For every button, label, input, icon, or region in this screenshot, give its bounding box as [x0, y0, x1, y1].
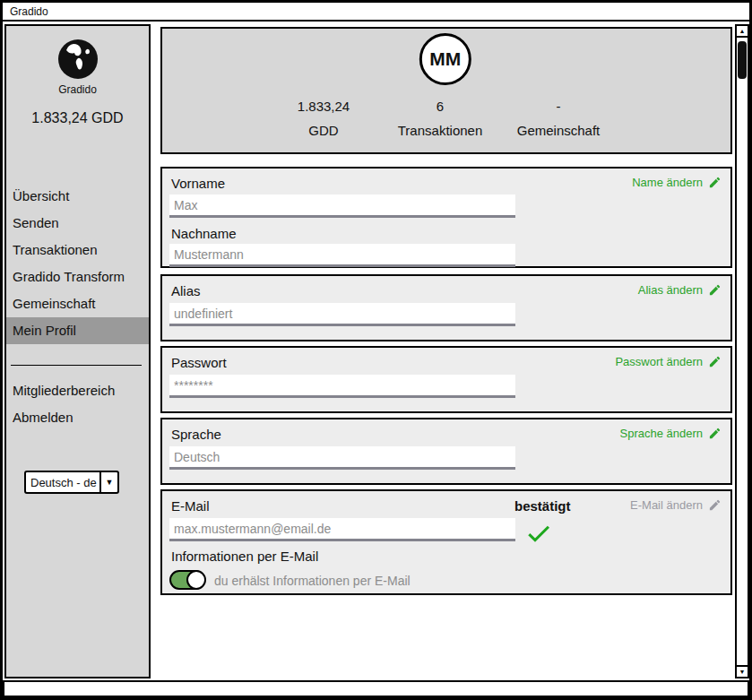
password-label: Passwort — [171, 355, 227, 370]
check-icon — [524, 519, 553, 548]
language-label: Sprache — [171, 427, 221, 442]
edit-icon — [708, 176, 722, 189]
sidebar-item-mitgliederbereich[interactable]: Mitgliederbereich — [6, 377, 149, 404]
sidebar-item-abmelden[interactable]: Abmelden — [6, 404, 149, 431]
stat-transaktionen-value: 6 — [382, 99, 498, 114]
last-name-input[interactable] — [169, 244, 515, 267]
stat-transaktionen: 6 Transaktionen — [382, 99, 498, 138]
change-email-label: E-Mail ändern — [630, 498, 703, 512]
email-notifications-label: Informationen per E-Mail — [171, 549, 318, 564]
stat-gemeinschaft-label: Gemeinschaft — [500, 123, 617, 138]
sidebar-menu: Übersicht Senden Transaktionen Gradido T… — [6, 183, 149, 344]
email-status-label: bestätigt — [514, 498, 571, 514]
sidebar: Gradido 1.833,24 GDD Übersicht Senden Tr… — [4, 24, 151, 678]
globe-icon — [56, 38, 99, 81]
password-input[interactable] — [169, 375, 515, 398]
profile-header-panel: MM 1.833,24 GDD 6 Transaktionen - Gemein… — [160, 27, 732, 154]
sidebar-item-transaktionen[interactable]: Transaktionen — [6, 237, 149, 264]
change-alias-label: Alias ändern — [638, 283, 703, 297]
first-name-label: Vorname — [171, 176, 225, 191]
scroll-down-icon[interactable]: ▼ — [737, 665, 748, 677]
stat-gdd-value: 1.833,24 — [265, 99, 382, 114]
avatar: MM — [419, 33, 471, 85]
email-card: E-Mail bestätigt E-Mail ändern Informati… — [160, 489, 732, 595]
avatar-initials: MM — [429, 48, 461, 70]
alias-label: Alias — [171, 283, 201, 298]
first-name-input[interactable] — [169, 194, 515, 218]
edit-icon — [708, 355, 722, 368]
edit-icon — [708, 283, 722, 297]
edit-icon — [708, 498, 722, 512]
scrollbar-thumb[interactable] — [738, 41, 747, 79]
sidebar-item-senden[interactable]: Senden — [6, 210, 149, 237]
password-card: Passwort Passwort ändern — [160, 346, 732, 413]
vertical-scrollbar[interactable]: ▲ ▼ — [735, 24, 749, 678]
change-password-label: Passwort ändern — [615, 355, 703, 368]
change-name-label: Name ändern — [632, 176, 703, 189]
title-bar: Gradido — [3, 3, 749, 22]
stat-gemeinschaft: - Gemeinschaft — [500, 99, 617, 138]
email-notifications-toggle[interactable] — [169, 570, 205, 590]
stat-gemeinschaft-value: - — [500, 99, 617, 114]
change-name-button[interactable]: Name ändern — [632, 176, 722, 189]
chevron-down-icon[interactable]: ▼ — [99, 472, 117, 492]
sidebar-item-uebersicht[interactable]: Übersicht — [6, 183, 149, 210]
language-card: Sprache Sprache ändern — [160, 418, 732, 485]
sidebar-item-mein-profil[interactable]: Mein Profil — [6, 317, 149, 344]
stat-transaktionen-label: Transaktionen — [382, 123, 498, 138]
stat-gdd: 1.833,24 GDD — [265, 99, 382, 138]
balance-amount: 1.833,24 GDD — [6, 110, 149, 126]
alias-card: Alias Alias ändern — [160, 274, 732, 341]
change-alias-button[interactable]: Alias ändern — [638, 283, 722, 297]
change-password-button[interactable]: Passwort ändern — [615, 355, 722, 368]
email-input[interactable] — [169, 518, 515, 541]
stat-gdd-label: GDD — [265, 123, 382, 138]
email-notifications-hint: du erhälst Informationen per E-Mail — [214, 574, 411, 588]
language-input[interactable] — [169, 446, 515, 470]
edit-icon — [708, 427, 722, 440]
app-window: Gradido Gradido 1.833,24 GDD Übersicht S… — [0, 0, 752, 700]
last-name-label: Nachname — [171, 226, 237, 241]
email-label: E-Mail — [171, 498, 210, 514]
change-language-label: Sprache ändern — [619, 427, 703, 440]
scroll-up-icon[interactable]: ▲ — [737, 26, 748, 38]
change-email-button[interactable]: E-Mail ändern — [630, 498, 722, 512]
horizontal-scrollbar[interactable] — [3, 680, 749, 697]
toggle-knob — [186, 570, 206, 590]
language-dropdown-value: Deutsch - de — [26, 472, 99, 492]
change-language-button[interactable]: Sprache ändern — [619, 427, 722, 440]
sidebar-footer-menu: Mitgliederbereich Abmelden — [6, 377, 149, 431]
window-title: Gradido — [10, 5, 48, 18]
alias-input[interactable] — [169, 303, 515, 326]
name-card: Vorname Nachname Name ändern — [160, 167, 732, 268]
sidebar-item-gradido-transform[interactable]: Gradido Transform — [6, 264, 149, 290]
sidebar-divider — [11, 365, 142, 366]
language-dropdown[interactable]: Deutsch - de ▼ — [24, 471, 119, 494]
sidebar-logo-label: Gradido — [6, 83, 149, 96]
sidebar-item-gemeinschaft[interactable]: Gemeinschaft — [6, 290, 149, 317]
